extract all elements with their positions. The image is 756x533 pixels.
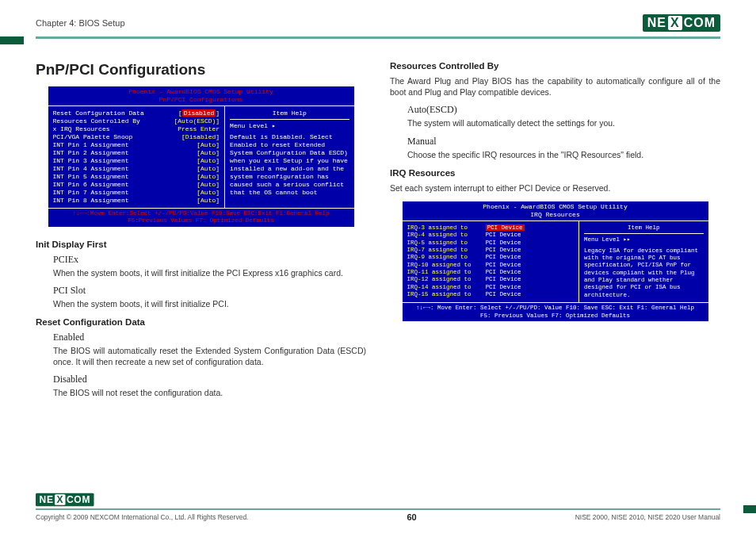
irq-label: IRQ-7 assigned to	[407, 247, 472, 254]
logo-x: X	[668, 16, 682, 30]
desc-enabled: The BIOS will automatically reset the Ex…	[53, 345, 366, 367]
heading-irq: IRQ Resources	[390, 168, 720, 178]
irq-label: IRQ-14 assigned to	[407, 284, 472, 291]
bios2-help-body: Legacy ISA for devices compliant with th…	[584, 247, 703, 300]
irq-value: PCI Device	[486, 224, 525, 232]
term-auto: Auto(ESCD)	[407, 104, 720, 116]
bios1-help: Item Help Menu Level ▸ Default is Disabl…	[225, 106, 353, 208]
term-enabled: Enabled	[53, 332, 366, 343]
irq-value: PCI Device	[486, 291, 525, 298]
irq-label: IRQ-15 assigned to	[407, 291, 472, 298]
bios-screenshot-pnp: Phoenix - AwardBIOS CMOS Setup Utility P…	[47, 85, 356, 228]
bios1-title1: Phoenix - AwardBIOS CMOS Setup Utility	[48, 88, 354, 96]
header-rule	[36, 36, 720, 39]
heading-reset-config: Reset Configuration Data	[36, 317, 366, 327]
term-manual: Manual	[407, 136, 720, 148]
bios-screenshot-irq: Phoenix - AwardBIOS CMOS Setup Utility I…	[401, 200, 710, 323]
desc-manual: Choose the specific IRQ resources in the…	[407, 149, 720, 160]
page-title: PnP/PCI Configurations	[36, 61, 366, 79]
irq-value: PCI Device	[486, 254, 525, 261]
desc-rcb: The Award Plug and Play BIOS has the cap…	[390, 75, 720, 98]
bios2-help-level: Menu Level ▸▸	[584, 236, 703, 243]
footer-logo-wrap: NE X COM	[36, 491, 720, 508]
bios1-row: x IRQ ResourcesPress Enter	[53, 125, 220, 133]
bios1-help-title: Item Help	[230, 109, 349, 120]
desc-irq: Set each system interrupt to either PCI …	[390, 182, 720, 194]
bios1-row: INT Pin 1 Assignment[Auto]	[53, 141, 220, 149]
desc-pciex: When the system boots, it will first ini…	[53, 267, 366, 278]
footer-rule	[36, 508, 720, 510]
irq-value: PCI Device	[486, 269, 525, 276]
bios1-settings: Reset Configuration Data[Disabled]Resour…	[48, 106, 226, 208]
bios1-help-body: Default is Disabled. Select Enabled to r…	[230, 133, 349, 197]
bios2-help: Item Help Menu Level ▸▸ Legacy ISA for d…	[579, 221, 708, 302]
copyright: Copyright © 2009 NEXCOM International Co…	[36, 513, 248, 521]
logo-left: NE	[647, 16, 666, 30]
bios2-title1: Phoenix - AwardBIOS CMOS Setup Utility	[403, 203, 708, 211]
irq-value: PCI Device	[486, 232, 525, 239]
irq-label: IRQ-3 assigned to	[407, 224, 472, 232]
chapter-label: Chapter 4: BIOS Setup	[36, 18, 125, 28]
irq-label: IRQ-11 assigned to	[407, 269, 472, 276]
bios1-footer: ↑↓←→:Move Enter:Select +/-/PU/PD:Value F…	[48, 209, 354, 227]
term-pcislot: PCI Slot	[53, 285, 366, 297]
bios1-row: INT Pin 5 Assignment[Auto]	[53, 173, 220, 181]
bios1-row: INT Pin 6 Assignment[Auto]	[53, 181, 220, 189]
irq-value: PCI Device	[486, 284, 525, 291]
irq-value: PCI Device	[486, 240, 525, 247]
irq-value: PCI Device	[486, 262, 525, 269]
irq-label: IRQ-12 assigned to	[407, 276, 472, 283]
bios1-title2: PnP/PCI Configurations	[48, 96, 354, 104]
manual-name: NISE 2000, NISE 2010, NISE 2020 User Man…	[575, 513, 720, 521]
bios1-row: INT Pin 2 Assignment[Auto]	[53, 149, 220, 157]
desc-auto: The system will automatically detect the…	[407, 117, 720, 128]
brand-logo: NE X COM	[643, 14, 720, 32]
irq-label: IRQ-9 assigned to	[407, 254, 472, 261]
desc-disabled: The BIOS will not reset the configuratio…	[53, 387, 366, 398]
desc-pcislot: When the system boots, it will first ini…	[53, 298, 366, 309]
footer-logo: NE X COM	[36, 493, 94, 507]
bios1-row: INT Pin 4 Assignment[Auto]	[53, 165, 220, 173]
bios1-row: INT Pin 8 Assignment[Auto]	[53, 197, 220, 205]
heading-init-display: Init Display First	[36, 240, 366, 249]
bios1-row: PCI/VGA Palette Snoop[Disabled]	[53, 133, 220, 141]
page-number: 60	[407, 512, 416, 522]
heading-rcb: Resources Controlled By	[390, 61, 720, 71]
bios2-help-title: Item Help	[584, 224, 703, 234]
bios1-row: INT Pin 3 Assignment[Auto]	[53, 157, 220, 165]
irq-label: IRQ-10 assigned to	[407, 262, 472, 269]
bios1-row: Reset Configuration Data[Disabled]	[53, 109, 220, 117]
term-pciex: PCIEx	[53, 254, 366, 266]
bios1-row: INT Pin 7 Assignment[Auto]	[53, 189, 220, 197]
bios2-title2: IRQ Resources	[403, 211, 708, 219]
bios2-footer2: F5: Previous Values F7: Optimized Defaul…	[406, 313, 705, 320]
logo-right: COM	[684, 16, 716, 30]
irq-label: IRQ-5 assigned to	[407, 240, 472, 247]
bios1-row: Resources Controlled By[Auto(ESCD)]	[53, 117, 220, 125]
bios1-footer2: F5:Previous Values F7: Optimized Default…	[52, 217, 351, 224]
bios2-settings: IRQ-3 assigned toIRQ-4 assigned toIRQ-5 …	[403, 221, 580, 302]
bios1-help-level: Menu Level ▸	[230, 122, 349, 130]
bios2-footer1: ↑↓←→: Move Enter: Select +/-/PU/PD: Valu…	[416, 305, 694, 311]
irq-label: IRQ-4 assigned to	[407, 232, 472, 239]
bios2-footer: ↑↓←→: Move Enter: Select +/-/PU/PD: Valu…	[403, 303, 708, 321]
bios1-footer1: ↑↓←→:Move Enter:Select +/-/PU/PD:Value F…	[72, 210, 329, 217]
term-disabled: Disabled	[53, 374, 366, 385]
irq-value: PCI Device	[486, 276, 525, 283]
irq-value: PCI Device	[486, 247, 525, 254]
